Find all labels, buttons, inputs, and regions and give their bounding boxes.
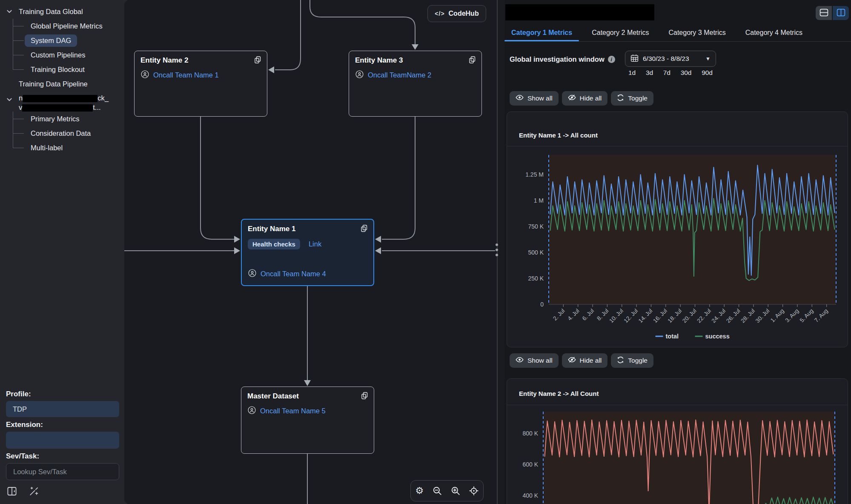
- redacted-header-bar: [505, 4, 654, 20]
- chart-card-entity-1: Entity Name 1 -> All count 0250 K500 K75…: [507, 112, 848, 347]
- redaction-box: [22, 104, 93, 112]
- toggle-button[interactable]: Toggle: [611, 91, 653, 106]
- codehub-label: CodeHub: [449, 10, 479, 17]
- profile-select[interactable]: TDP: [6, 401, 119, 417]
- tree-item-multi-label[interactable]: Multi-label: [0, 140, 128, 155]
- chart-title: Entity Name 2 -> All Count: [519, 390, 599, 397]
- dag-node-entity-2[interactable]: Entity Name 2 Oncall Team Name 1: [134, 51, 267, 117]
- split-vertical-icon: [837, 9, 845, 18]
- refresh-icon: [617, 94, 624, 103]
- oncall-link[interactable]: Oncall Team Name 5: [247, 406, 368, 416]
- app-root: Training Data Global Global Pipeline Met…: [0, 0, 851, 504]
- range-30d[interactable]: 30d: [681, 69, 692, 77]
- tree-item-label: Custom Pipelines: [31, 51, 85, 59]
- chart-title: Entity Name 1 -> All count: [519, 132, 598, 139]
- tree-item-training-blockout[interactable]: Training Blockout: [0, 62, 128, 77]
- date-range-value: 6/30/23 - 8/8/23: [643, 55, 689, 63]
- svg-text:10. Jul: 10. Jul: [608, 308, 625, 324]
- tree-item-selected[interactable]: System DAG: [25, 34, 77, 47]
- collapse-panel-button[interactable]: [6, 485, 18, 498]
- dag-node-entity-1-selected[interactable]: Entity Name 1 Health checks Link Oncall …: [241, 219, 374, 286]
- tree-connector: [13, 148, 24, 148]
- range-7d[interactable]: 7d: [663, 69, 670, 77]
- chart-entity-2-all-count[interactable]: 800 K600 K400 K: [507, 405, 847, 504]
- copy-icon[interactable]: [254, 56, 262, 65]
- tab-category-2-metrics[interactable]: Category 2 Metrics: [591, 24, 650, 41]
- svg-text:16. Jul: 16. Jul: [652, 308, 668, 324]
- hide-all-button[interactable]: Hide all: [562, 91, 608, 106]
- range-1d[interactable]: 1d: [628, 69, 636, 77]
- zoom-in-button[interactable]: [450, 485, 461, 496]
- toggle-button[interactable]: Toggle: [611, 353, 653, 368]
- svg-text:7. Aug: 7. Aug: [813, 308, 829, 324]
- dag-node-entity-3[interactable]: Entity Name 3 Oncall TeamName 2: [349, 51, 482, 117]
- investigation-window-label: Global investigation window i: [510, 55, 615, 63]
- copy-icon[interactable]: [468, 56, 476, 65]
- svg-text:14. Jul: 14. Jul: [637, 308, 654, 324]
- sidebar: Training Data Global Global Pipeline Met…: [0, 0, 128, 504]
- tree-item-global-pipeline-metrics[interactable]: Global Pipeline Metrics: [0, 19, 128, 33]
- copy-icon[interactable]: [360, 224, 368, 234]
- tree-item-primary-metrics[interactable]: Primary Metrics: [0, 112, 128, 126]
- hide-all-button[interactable]: Hide all: [562, 353, 608, 368]
- tree-item-system-dag[interactable]: System DAG: [0, 33, 128, 48]
- dag-canvas[interactable]: </> CodeHub Entity Name 2 Oncall Team Na…: [124, 0, 504, 504]
- info-icon[interactable]: i: [608, 56, 615, 63]
- settings-button[interactable]: ⚙: [415, 486, 425, 496]
- tree-item-training-data-global[interactable]: Training Data Global: [0, 4, 128, 19]
- split-vertical-button[interactable]: [833, 6, 849, 20]
- show-all-button[interactable]: Show all: [510, 353, 559, 368]
- fit-view-button[interactable]: [468, 485, 479, 496]
- tree-item-consideration-data[interactable]: Consideration Data: [0, 126, 128, 140]
- tab-category-4-metrics[interactable]: Category 4 Metrics: [745, 24, 803, 41]
- extension-field[interactable]: [6, 432, 119, 449]
- svg-text:750 K: 750 K: [528, 223, 544, 230]
- metrics-panel: Category 1 Metrics Category 2 Metrics Ca…: [504, 0, 851, 504]
- collapse-panel-icon: [7, 491, 17, 498]
- node-badge-row: Health checks Link: [248, 239, 367, 249]
- node-title: Entity Name 2: [140, 56, 261, 65]
- tree-connector: [13, 69, 24, 70]
- gear-icon: ⚙: [415, 485, 424, 496]
- chart-entity-1-all-count[interactable]: 0250 K500 K750 K1 M1.25 M2. Jul4. Jul6. …: [507, 146, 847, 347]
- copy-icon[interactable]: [361, 392, 369, 401]
- svg-text:22. Jul: 22. Jul: [696, 308, 712, 324]
- tree-item-training-data-pipeline[interactable]: Training Data Pipeline: [0, 77, 128, 91]
- split-horizontal-button[interactable]: [816, 6, 832, 20]
- tab-category-3-metrics[interactable]: Category 3 Metrics: [668, 24, 726, 41]
- tree-item-label: Training Blockout: [31, 66, 85, 74]
- node-title: Entity Name 3: [355, 56, 476, 65]
- chevron-down-icon: ▼: [705, 56, 711, 62]
- svg-text:30. Jul: 30. Jul: [754, 308, 771, 324]
- chart-card-entity-2: Entity Name 2 -> All Count 800 K600 K400…: [507, 378, 848, 504]
- sidebar-footer-icons: [6, 485, 40, 498]
- date-range-picker[interactable]: 6/30/23 - 8/8/23 ▼: [625, 51, 716, 67]
- range-3d[interactable]: 3d: [646, 69, 653, 77]
- oncall-link[interactable]: Oncall Team Name 4: [248, 269, 326, 279]
- tree-item-label: Training Data Global: [19, 8, 83, 16]
- svg-text:24. Jul: 24. Jul: [711, 308, 727, 324]
- tree-item-custom-pipelines[interactable]: Custom Pipelines: [0, 48, 128, 62]
- sevtask-input[interactable]: [6, 463, 119, 480]
- eye-off-icon: [568, 356, 576, 365]
- svg-text:2. Jul: 2. Jul: [552, 308, 566, 322]
- codehub-button[interactable]: </> CodeHub: [427, 5, 486, 22]
- chevron-down-icon[interactable]: [6, 96, 13, 103]
- magic-wand-button[interactable]: [28, 485, 40, 498]
- show-all-button[interactable]: Show all: [510, 91, 559, 106]
- tree-item-redacted[interactable]: nck_ vt...: [0, 91, 128, 112]
- tree-connector: [13, 133, 24, 134]
- range-90d[interactable]: 90d: [702, 69, 713, 77]
- node-link[interactable]: Link: [309, 240, 321, 248]
- chevron-down-icon[interactable]: [6, 8, 13, 15]
- oncall-link[interactable]: Oncall Team Name 1: [140, 70, 261, 80]
- panel-resize-handle[interactable]: [497, 0, 498, 504]
- magic-wand-icon: [29, 491, 39, 498]
- layout-toggle-group: [816, 6, 849, 20]
- extension-label: Extension:: [6, 421, 43, 429]
- node-title: Entity Name 1: [248, 225, 367, 233]
- dag-node-master-dataset[interactable]: Master Dataset Oncall Team Name 5: [241, 387, 374, 454]
- tab-category-1-metrics[interactable]: Category 1 Metrics: [510, 24, 573, 41]
- oncall-link[interactable]: Oncall TeamName 2: [355, 70, 476, 80]
- zoom-out-button[interactable]: [432, 485, 443, 496]
